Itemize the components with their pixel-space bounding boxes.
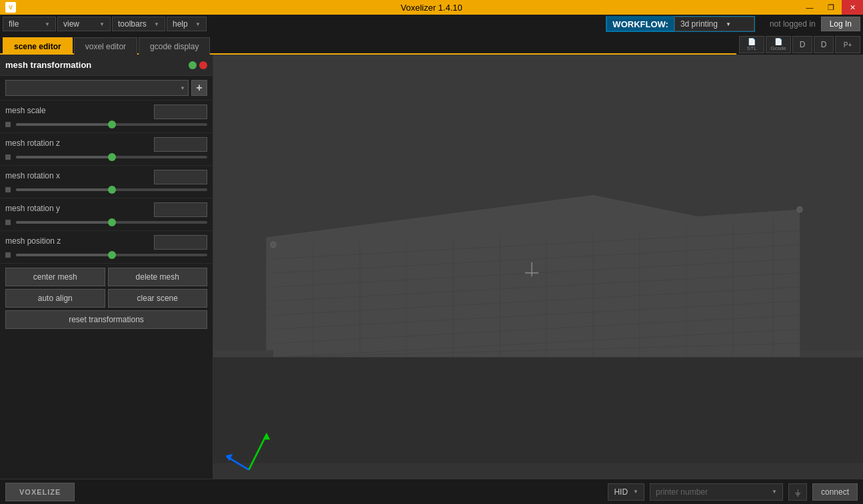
svg-marker-43 xyxy=(263,433,271,440)
app-icon: V xyxy=(5,2,16,13)
voxelize-button[interactable]: VOXELIZE xyxy=(5,483,75,501)
tab-bar: scene editor voxel editor gcode display xyxy=(0,33,863,55)
menu-file[interactable]: file ▼ xyxy=(3,17,56,31)
mesh-rotation-y-slider[interactable] xyxy=(16,221,207,224)
menu-view[interactable]: view ▼ xyxy=(57,17,111,31)
mesh-rotation-x-control: mesh rotation x xyxy=(0,166,213,198)
chevron-down-icon: ▼ xyxy=(45,21,50,27)
mesh-rotation-x-slider[interactable] xyxy=(16,188,207,191)
d1-icon-button[interactable]: D xyxy=(792,36,812,53)
chevron-down-icon: ▼ xyxy=(180,85,185,91)
mesh-scale-control: mesh scale xyxy=(0,101,213,133)
chevron-down-icon: ▼ xyxy=(99,21,105,27)
mesh-rotation-x-input[interactable] xyxy=(154,170,207,184)
slider-min-icon xyxy=(5,154,11,160)
mesh-dropdown-row: ▼ + xyxy=(0,76,213,101)
add-mesh-button[interactable]: + xyxy=(191,80,207,96)
mesh-rotation-x-label: mesh rotation x xyxy=(5,171,60,180)
menu-bar: file ▼ view ▼ toolbars ▼ help ▼ WORKFLOW… xyxy=(0,15,863,33)
green-dot[interactable] xyxy=(189,61,197,69)
mesh-scale-slider[interactable] xyxy=(16,123,207,126)
menu-help[interactable]: help ▼ xyxy=(167,17,207,31)
tab-voxel-editor[interactable]: voxel editor xyxy=(74,37,137,55)
title-bar: V Voxelizer 1.4.10 — ❐ ✕ xyxy=(0,0,863,15)
tab-gcode-display[interactable]: gcode display xyxy=(139,37,210,55)
mesh-scale-input[interactable] xyxy=(154,105,207,119)
viewport[interactable] xyxy=(213,55,863,504)
login-status: not logged in xyxy=(770,19,816,29)
mesh-rotation-z-slider[interactable] xyxy=(16,156,207,158)
center-mesh-button[interactable]: center mesh xyxy=(5,268,105,286)
chevron-down-icon: ▼ xyxy=(195,21,201,27)
auto-align-button[interactable]: auto align xyxy=(5,289,105,308)
chevron-down-icon: ▼ xyxy=(633,489,638,495)
slider-min-icon xyxy=(5,187,11,192)
red-dot[interactable] xyxy=(199,61,207,69)
mesh-scale-label: mesh scale xyxy=(5,106,46,115)
slider-min-icon xyxy=(5,252,11,258)
mesh-position-z-input[interactable] xyxy=(154,235,207,250)
login-button[interactable]: Log In xyxy=(821,17,860,31)
gcode-icon-button[interactable]: 📄 Gcode xyxy=(766,36,791,53)
usb-icon-button[interactable]: ⏚ xyxy=(788,483,807,501)
panel-header-controls xyxy=(189,61,207,69)
panel-header: mesh transformation xyxy=(0,55,213,76)
stl-icon-button[interactable]: 📄 STL xyxy=(739,36,764,53)
delete-mesh-button[interactable]: delete mesh xyxy=(108,268,208,286)
main-content: mesh transformation ▼ + mesh scale xyxy=(0,55,863,504)
mesh-position-z-control: mesh position z xyxy=(0,231,213,264)
panel-buttons: center mesh delete mesh auto align clear… xyxy=(0,264,213,333)
svg-point-39 xyxy=(797,206,802,212)
hid-dropdown[interactable]: HID ▼ xyxy=(608,483,644,501)
left-panel: mesh transformation ▼ + mesh scale xyxy=(0,55,213,504)
axis-indicator xyxy=(220,425,313,479)
restore-button[interactable]: ❐ xyxy=(820,0,842,15)
chevron-down-icon: ▼ xyxy=(154,21,159,27)
mesh-rotation-y-label: mesh rotation y xyxy=(5,204,60,213)
menu-toolbars[interactable]: toolbars ▼ xyxy=(112,17,165,31)
bottom-bar: VOXELIZE HID ▼ printer number ▼ ⏚ connec… xyxy=(0,479,863,504)
mesh-rotation-y-input[interactable] xyxy=(154,202,207,217)
mesh-rotation-z-control: mesh rotation z xyxy=(0,133,213,166)
window-controls: — ❐ ✕ xyxy=(799,0,863,15)
svg-point-38 xyxy=(271,242,276,247)
mesh-position-z-label: mesh position z xyxy=(5,236,61,246)
connect-button[interactable]: connect xyxy=(812,483,858,501)
slider-min-icon xyxy=(5,220,11,225)
mesh-select[interactable]: ▼ xyxy=(5,80,189,96)
toolbar-icons: 📄 STL 📄 Gcode D D P+ xyxy=(736,35,863,55)
reset-transformations-button[interactable]: reset transformations xyxy=(5,310,207,329)
mesh-position-z-slider[interactable] xyxy=(16,254,207,256)
bottom-right-controls: HID ▼ printer number ▼ ⏚ connect xyxy=(608,483,858,501)
chevron-down-icon: ▼ xyxy=(726,21,731,27)
tab-scene-editor[interactable]: scene editor xyxy=(3,37,73,55)
workflow-dropdown[interactable]: 3d printing ▼ xyxy=(674,17,754,31)
window-title: Voxelizer 1.4.10 xyxy=(401,3,462,13)
mesh-rotation-z-label: mesh rotation z xyxy=(5,138,60,148)
printer-number-input[interactable]: printer number ▼ xyxy=(650,483,783,501)
p-icon-button[interactable]: P+ xyxy=(835,36,860,53)
mesh-rotation-z-input[interactable] xyxy=(154,137,207,152)
login-section: not logged in Log In xyxy=(770,17,860,31)
clear-scene-button[interactable]: clear scene xyxy=(108,289,208,308)
mesh-rotation-y-control: mesh rotation y xyxy=(0,198,213,231)
d2-icon-button[interactable]: D xyxy=(814,36,834,53)
workflow-section: WORKFLOW: 3d printing ▼ xyxy=(606,16,755,32)
minimize-button[interactable]: — xyxy=(799,0,820,15)
slider-min-icon xyxy=(5,122,11,127)
usb-icon: ⏚ xyxy=(795,487,800,497)
chevron-down-icon: ▼ xyxy=(772,489,777,495)
workflow-label: WORKFLOW: xyxy=(606,17,674,31)
panel-title: mesh transformation xyxy=(5,60,91,70)
close-button[interactable]: ✕ xyxy=(842,0,863,15)
